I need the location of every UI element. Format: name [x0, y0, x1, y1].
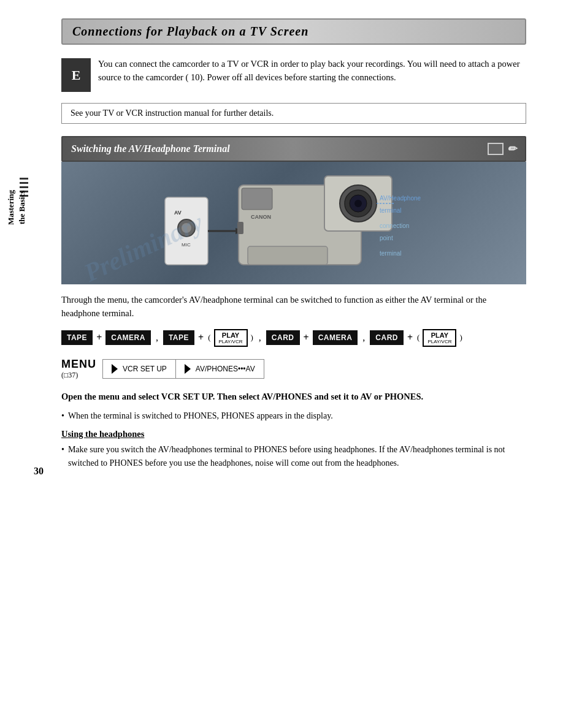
bullet-1-text: When the terminal is switched to PHONES,…	[68, 409, 333, 423]
tape-button-1: TAPE	[61, 330, 93, 345]
camera-button-1: CAMERA	[105, 330, 151, 345]
using-headphones-section: Using the headphones • Make sure you swi…	[61, 429, 526, 469]
menu-ref: (□37)	[61, 371, 78, 380]
av-description: Through the menu, the camcorder's AV/hea…	[61, 293, 526, 320]
menu-label: MENU	[61, 358, 96, 371]
intro-text: You can connect the camcorder to a TV or…	[98, 57, 526, 85]
menu-label-block: MENU (□37)	[61, 358, 96, 380]
plus-4: +	[407, 332, 413, 343]
bullet-dot-2: •	[61, 443, 64, 469]
card-button-1: CARD	[266, 330, 300, 345]
menu-steps: VCR SET UP AV/PHONES•••AV	[102, 359, 264, 379]
card-button-2: CARD	[370, 330, 404, 345]
menu-step-1-label: VCR SET UP	[123, 365, 167, 373]
note-box: See your TV or VCR instruction manual fo…	[61, 103, 526, 124]
close-paren-1: )	[251, 333, 253, 343]
svg-text:CANON: CANON	[251, 214, 271, 220]
monitor-icon	[488, 143, 504, 155]
comma-2: ,	[259, 332, 261, 343]
play-label-1: PLAY	[222, 332, 239, 339]
svg-rect-14	[248, 246, 327, 265]
svg-text:terminal: terminal	[380, 250, 402, 257]
open-paren-2: (	[417, 333, 419, 343]
e-badge: E	[61, 58, 91, 92]
svg-text:AV/Headphone: AV/Headphone	[380, 195, 421, 202]
camera-image-area: AV MIC CANON AV/Headphone terminal	[61, 162, 526, 284]
step-arrow-2	[185, 364, 191, 374]
play-vcr-button-1: PLAY PLAY/VCR	[214, 329, 248, 347]
svg-text:terminal: terminal	[380, 207, 402, 214]
step-arrow-1	[112, 364, 118, 374]
av-header-icons: ✏	[488, 142, 516, 156]
comma-3: ,	[362, 332, 365, 343]
page-title: Connections for Playback on a TV Screen	[61, 18, 526, 45]
play-vcr-button-2: PLAY PLAY/VCR	[423, 329, 456, 347]
camera-button-2: CAMERA	[313, 330, 358, 345]
svg-rect-13	[242, 188, 272, 210]
sidebar-line-3	[20, 186, 28, 188]
headphones-bullet: • Make sure you switch the AV/headphones…	[61, 443, 526, 469]
plus-3: +	[304, 332, 309, 343]
bold-instruction: Open the menu and select VCR SET UP. The…	[61, 390, 526, 403]
using-headphones-title: Using the headphones	[61, 429, 526, 439]
sidebar-label: Mastering the Basics	[6, 190, 27, 225]
playvcr-label-1: PLAY/VCR	[219, 339, 243, 344]
svg-text:MIC: MIC	[182, 242, 191, 248]
menu-step-2-label: AV/PHONES•••AV	[196, 365, 255, 373]
intro-section: E You can connect the camcorder to a TV …	[61, 57, 526, 92]
close-paren-2: )	[459, 333, 462, 343]
headphones-text: Make sure you switch the AV/headphones t…	[68, 443, 526, 469]
bullet-1: • When the terminal is switched to PHONE…	[61, 409, 526, 423]
sidebar-line1: Mastering	[6, 190, 16, 225]
page-wrapper: Connections for Playback on a TV Screen …	[0, 0, 563, 494]
menu-step-2: AV/PHONES•••AV	[176, 360, 264, 378]
svg-text:AV: AV	[174, 210, 182, 216]
menu-row: MENU (□37) VCR SET UP AV/PHONES•••AV	[61, 358, 526, 380]
sidebar-line2: the Basics	[17, 191, 27, 224]
plus-2: +	[198, 332, 204, 343]
pencil-icon: ✏	[507, 142, 516, 156]
av-header-text: Switching the AV/Headphone Terminal	[71, 143, 230, 154]
camera-diagram: AV MIC CANON AV/Headphone terminal	[116, 167, 472, 280]
bullet-dot-1: •	[61, 409, 64, 423]
sidebar-line-1	[20, 178, 28, 180]
button-combo-row: TAPE + CAMERA , TAPE + ( PLAY PLAY/VCR )…	[61, 329, 526, 347]
plus-1: +	[96, 332, 102, 343]
svg-point-12	[354, 200, 362, 207]
comma-1: ,	[156, 332, 158, 343]
av-section-header: Switching the AV/Headphone Terminal ✏	[61, 136, 526, 162]
play-label-2: PLAY	[431, 332, 448, 339]
playvcr-label-2: PLAY/VCR	[427, 339, 451, 344]
svg-text:point: point	[380, 235, 393, 241]
menu-step-1: VCR SET UP	[103, 360, 176, 378]
svg-text:connection: connection	[380, 222, 409, 229]
svg-point-3	[182, 223, 191, 233]
tape-button-2: TAPE	[163, 330, 194, 345]
open-paren-1: (	[208, 333, 210, 343]
svg-rect-16	[237, 222, 243, 234]
page-number: 30	[34, 466, 44, 477]
sidebar-line-2	[20, 182, 28, 184]
